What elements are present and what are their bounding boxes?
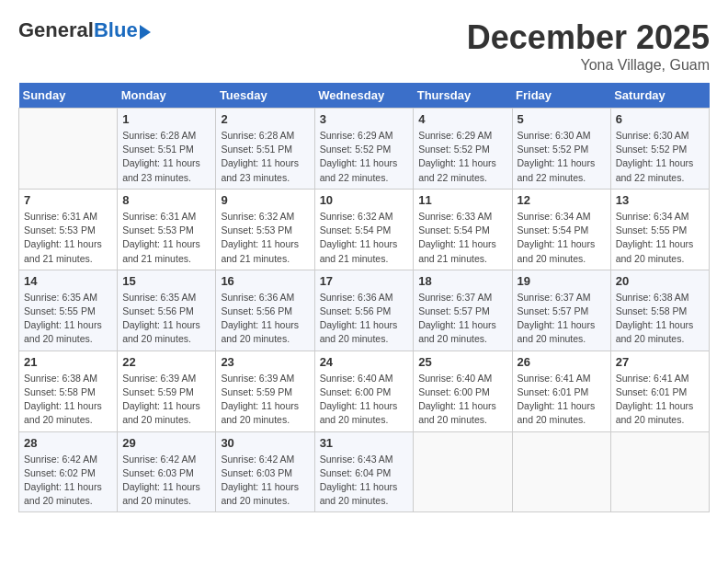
day-info: Sunrise: 6:38 AMSunset: 5:58 PMDaylight:… [616,291,704,347]
day-info: Sunrise: 6:32 AMSunset: 5:53 PMDaylight:… [221,210,309,266]
day-number: 19 [518,274,606,288]
day-number: 7 [24,193,112,207]
day-number: 14 [24,274,112,288]
location: Yona Village, Guam [467,57,710,74]
month-title: December 2025 [467,18,710,57]
calendar-cell: 17Sunrise: 6:36 AMSunset: 5:56 PMDayligh… [314,270,414,350]
logo-blue: Blue [94,18,138,42]
day-number: 13 [616,193,704,207]
calendar-table: SundayMondayTuesdayWednesdayThursdayFrid… [18,83,710,512]
day-number: 16 [221,274,309,288]
day-info: Sunrise: 6:30 AMSunset: 5:52 PMDaylight:… [616,129,704,185]
calendar-cell: 19Sunrise: 6:37 AMSunset: 5:57 PMDayligh… [512,270,610,350]
day-number: 31 [320,436,409,450]
day-info: Sunrise: 6:39 AMSunset: 5:59 PMDaylight:… [221,372,309,428]
day-header-monday: Monday [118,83,216,109]
day-number: 28 [24,436,112,450]
logo-arrow-icon [140,25,151,40]
day-info: Sunrise: 6:34 AMSunset: 5:54 PMDaylight:… [518,210,606,266]
calendar-cell: 22Sunrise: 6:39 AMSunset: 5:59 PMDayligh… [118,350,216,431]
day-header-saturday: Saturday [610,83,709,109]
day-number: 27 [616,355,704,369]
day-info: Sunrise: 6:38 AMSunset: 5:58 PMDaylight:… [24,372,112,428]
calendar-cell: 5Sunrise: 6:30 AMSunset: 5:52 PMDaylight… [512,109,610,190]
calendar-cell: 18Sunrise: 6:37 AMSunset: 5:57 PMDayligh… [414,270,512,350]
week-row-4: 21Sunrise: 6:38 AMSunset: 5:58 PMDayligh… [19,350,710,431]
calendar-cell: 30Sunrise: 6:42 AMSunset: 6:03 PMDayligh… [216,431,314,512]
day-info: Sunrise: 6:37 AMSunset: 5:57 PMDaylight:… [518,291,606,347]
calendar-cell: 3Sunrise: 6:29 AMSunset: 5:52 PMDaylight… [314,109,414,190]
day-info: Sunrise: 6:31 AMSunset: 5:53 PMDaylight:… [24,210,112,266]
calendar-cell: 27Sunrise: 6:41 AMSunset: 6:01 PMDayligh… [610,350,709,431]
day-number: 10 [320,193,409,207]
calendar-cell: 29Sunrise: 6:42 AMSunset: 6:03 PMDayligh… [118,431,216,512]
day-number: 30 [221,436,309,450]
day-number: 29 [122,436,210,450]
calendar-cell: 28Sunrise: 6:42 AMSunset: 6:02 PMDayligh… [19,431,118,512]
day-info: Sunrise: 6:42 AMSunset: 6:03 PMDaylight:… [221,453,309,509]
calendar-cell: 23Sunrise: 6:39 AMSunset: 5:59 PMDayligh… [216,350,314,431]
day-header-friday: Friday [512,83,610,109]
day-info: Sunrise: 6:41 AMSunset: 6:01 PMDaylight:… [616,372,704,428]
day-info: Sunrise: 6:35 AMSunset: 5:55 PMDaylight:… [24,291,112,347]
calendar-cell: 21Sunrise: 6:38 AMSunset: 5:58 PMDayligh… [19,350,118,431]
day-info: Sunrise: 6:36 AMSunset: 5:56 PMDaylight:… [320,291,409,347]
day-header-tuesday: Tuesday [216,83,314,109]
calendar-cell [19,109,118,190]
title-block: December 2025 Yona Village, Guam [467,18,710,74]
calendar-cell: 25Sunrise: 6:40 AMSunset: 6:00 PMDayligh… [414,350,512,431]
day-number: 3 [320,112,409,126]
day-number: 8 [122,193,210,207]
day-number: 18 [418,274,506,288]
day-info: Sunrise: 6:40 AMSunset: 6:00 PMDaylight:… [418,372,506,428]
calendar-cell: 14Sunrise: 6:35 AMSunset: 5:55 PMDayligh… [19,270,118,350]
day-info: Sunrise: 6:36 AMSunset: 5:56 PMDaylight:… [221,291,309,347]
calendar-cell: 11Sunrise: 6:33 AMSunset: 5:54 PMDayligh… [414,189,512,270]
calendar-cell: 24Sunrise: 6:40 AMSunset: 6:00 PMDayligh… [314,350,414,431]
day-header-wednesday: Wednesday [314,83,414,109]
day-info: Sunrise: 6:28 AMSunset: 5:51 PMDaylight:… [122,129,210,185]
calendar-cell: 8Sunrise: 6:31 AMSunset: 5:53 PMDaylight… [118,189,216,270]
calendar-cell: 7Sunrise: 6:31 AMSunset: 5:53 PMDaylight… [19,189,118,270]
day-number: 26 [518,355,606,369]
day-number: 2 [221,112,309,126]
calendar-cell: 2Sunrise: 6:28 AMSunset: 5:51 PMDaylight… [216,109,314,190]
day-info: Sunrise: 6:42 AMSunset: 6:02 PMDaylight:… [24,453,112,509]
day-number: 11 [418,193,506,207]
week-row-3: 14Sunrise: 6:35 AMSunset: 5:55 PMDayligh… [19,270,710,350]
day-number: 5 [518,112,606,126]
day-header-thursday: Thursday [414,83,512,109]
calendar-cell: 13Sunrise: 6:34 AMSunset: 5:55 PMDayligh… [610,189,709,270]
day-number: 15 [122,274,210,288]
day-info: Sunrise: 6:35 AMSunset: 5:56 PMDaylight:… [122,291,210,347]
calendar-header-row: SundayMondayTuesdayWednesdayThursdayFrid… [19,83,710,109]
calendar-cell: 10Sunrise: 6:32 AMSunset: 5:54 PMDayligh… [314,189,414,270]
day-info: Sunrise: 6:39 AMSunset: 5:59 PMDaylight:… [122,372,210,428]
day-number: 23 [221,355,309,369]
day-info: Sunrise: 6:34 AMSunset: 5:55 PMDaylight:… [616,210,704,266]
week-row-5: 28Sunrise: 6:42 AMSunset: 6:02 PMDayligh… [19,431,710,512]
day-number: 9 [221,193,309,207]
day-info: Sunrise: 6:33 AMSunset: 5:54 PMDaylight:… [418,210,506,266]
day-number: 12 [518,193,606,207]
day-info: Sunrise: 6:28 AMSunset: 5:51 PMDaylight:… [221,129,309,185]
logo-general: General [18,18,94,42]
day-info: Sunrise: 6:41 AMSunset: 6:01 PMDaylight:… [518,372,606,428]
day-number: 1 [122,112,210,126]
day-number: 21 [24,355,112,369]
page-header: General Blue December 2025 Yona Village,… [18,18,710,74]
day-info: Sunrise: 6:43 AMSunset: 6:04 PMDaylight:… [320,453,409,509]
day-number: 25 [418,355,506,369]
calendar-cell: 16Sunrise: 6:36 AMSunset: 5:56 PMDayligh… [216,270,314,350]
day-number: 22 [122,355,210,369]
calendar-cell: 9Sunrise: 6:32 AMSunset: 5:53 PMDaylight… [216,189,314,270]
day-number: 4 [418,112,506,126]
calendar-cell: 12Sunrise: 6:34 AMSunset: 5:54 PMDayligh… [512,189,610,270]
calendar-cell: 4Sunrise: 6:29 AMSunset: 5:52 PMDaylight… [414,109,512,190]
day-number: 20 [616,274,704,288]
day-info: Sunrise: 6:29 AMSunset: 5:52 PMDaylight:… [320,129,409,185]
day-info: Sunrise: 6:40 AMSunset: 6:00 PMDaylight:… [320,372,409,428]
calendar-cell [610,431,709,512]
week-row-1: 1Sunrise: 6:28 AMSunset: 5:51 PMDaylight… [19,109,710,190]
calendar-cell [512,431,610,512]
